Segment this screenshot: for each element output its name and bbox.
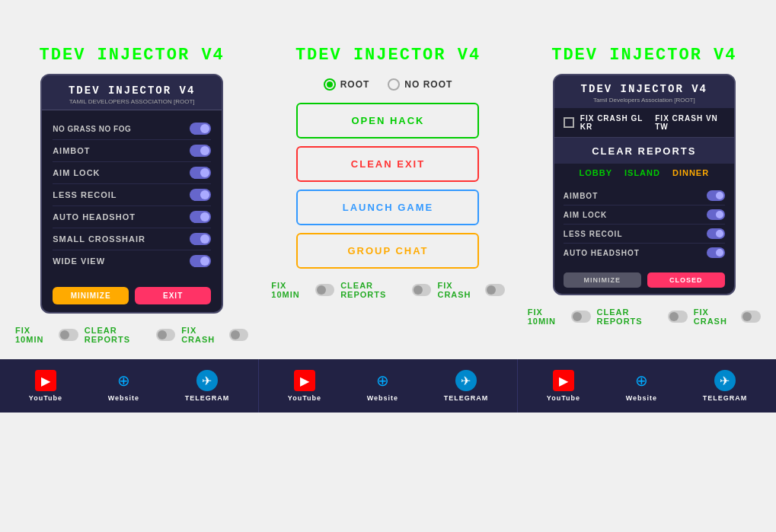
fix10min-label-2: FIX 10MIN [271, 281, 308, 299]
p3-toggle-autoheadshot-switch[interactable] [707, 247, 725, 258]
footer-item-telegram-3[interactable]: ✈ TELEGRAM [703, 370, 748, 402]
footer-section-1: ▶ YouTube ⊕ Website ✈ TELEGRAM [0, 359, 259, 413]
fix-crash-gl-kr-label: FIX CRASH GL KR [580, 114, 649, 131]
toggle-switch-autoheadshot[interactable] [190, 211, 211, 223]
youtube-label-2: YouTube [288, 394, 321, 402]
radio-noroot-label: NO ROOT [404, 79, 452, 90]
p3-toggle-autoheadshot: AUTO HEADSHOT [564, 244, 725, 262]
p3-toggle-autoheadshot-label: AUTO HEADSHOT [564, 249, 640, 257]
panel1-footer: MINIMIZE EXIT [42, 279, 222, 312]
telegram-icon-1: ✈ [196, 370, 218, 391]
toggle-label-nograssnofog: NO GRASS NO FOG [53, 125, 131, 133]
toggle-switch-lessrecoil[interactable] [190, 189, 211, 201]
youtube-label-1: YouTube [29, 394, 62, 402]
map-row: LOBBY ISLAND DINNER [554, 164, 734, 182]
open-hack-button[interactable]: OPEN HACK [296, 103, 479, 139]
panel1-card: TDEV INJECTOR V4 TAMIL DEVELOPERS ASSOCI… [40, 74, 223, 314]
clearreports-label-3: CLEAR REPORTS [597, 307, 663, 326]
toggle-label-lessrecoil: LESS RECOIL [53, 190, 117, 199]
closed-button-3[interactable]: CLOSED [647, 272, 725, 288]
minimize-button-3[interactable]: MINIMIZE [564, 272, 641, 288]
fixcrash-label-2: FIX CRASH [437, 281, 479, 299]
clearreports-toggle-1[interactable] [156, 329, 176, 341]
toggle-switch-nograssnofog[interactable] [190, 123, 211, 135]
panel3-header-sub: Tamil Developers Association [ROOT] [560, 97, 728, 104]
toggle-label-wideview: WIDE VIEW [53, 256, 105, 266]
footer-item-telegram-2[interactable]: ✈ TELEGRAM [444, 370, 489, 402]
map-island[interactable]: ISLAND [624, 168, 660, 177]
radio-root[interactable]: ROOT [324, 78, 370, 91]
bottom-footer: ▶ YouTube ⊕ Website ✈ TELEGRAM ▶ YouTube… [0, 359, 776, 413]
toggle-item-aimlock: AIM LOCK [53, 162, 211, 184]
footer-section-2: ▶ YouTube ⊕ Website ✈ TELEGRAM [259, 359, 518, 413]
fix10min-toggle-2[interactable] [315, 284, 335, 296]
footer-item-youtube-2[interactable]: ▶ YouTube [288, 370, 321, 402]
website-label-2: Website [367, 394, 398, 402]
panel2-toggle-bar: FIX 10MIN CLEAR REPORTS FIX CRASH [271, 281, 504, 299]
clean-exit-button[interactable]: CLEAN EXIT [296, 146, 479, 182]
footer-item-youtube-3[interactable]: ▶ YouTube [547, 370, 580, 402]
p3-toggle-aimlock-switch[interactable] [707, 209, 725, 220]
panel-section-1: TDEV INJECTOR V4 TDEV INJECTOR V4 TAMIL … [15, 46, 248, 344]
fix10min-toggle-3[interactable] [571, 311, 591, 323]
panel1-toggle-list: NO GRASS NO FOG AIMBOT AIM LOCK LESS REC… [42, 110, 222, 279]
clear-reports-area[interactable]: CLEAR REPORTS [554, 138, 734, 164]
toggle-switch-aimlock[interactable] [190, 167, 211, 179]
fix-crash-vn-tw-label: FIX CRASH VN TW [655, 114, 725, 131]
p3-toggle-aimbot-switch[interactable] [707, 190, 725, 201]
footer-item-website-1[interactable]: ⊕ Website [108, 370, 139, 402]
panel3-toggles: AIMBOT AIM LOCK LESS RECOIL AUTO HEADSHO… [554, 182, 734, 266]
fix10min-label-1: FIX 10MIN [15, 326, 53, 344]
website-label-3: Website [626, 394, 657, 402]
panel1-header: TDEV INJECTOR V4 TAMIL DEVELOPERS ASSOCI… [42, 75, 222, 110]
panel1-title: TDEV INJECTOR V4 [40, 46, 225, 65]
panel-section-2: TDEV INJECTOR V4 ROOT NO ROOT OPEN HACK … [271, 46, 504, 299]
toggle-item-wideview: WIDE VIEW [53, 250, 211, 272]
toggle-item-autoheadshot: AUTO HEADSHOT [53, 206, 211, 228]
fix10min-toggle-1[interactable] [59, 329, 78, 341]
radio-circle-root [324, 78, 336, 91]
panel3-card: TDEV INJECTOR V4 Tamil Developers Associ… [553, 74, 736, 295]
p3-toggle-lessrecoil-switch[interactable] [707, 228, 725, 239]
toggle-item-nograssnofog: NO GRASS NO FOG [53, 118, 211, 140]
launch-game-button[interactable]: LAUNCH GAME [296, 190, 479, 225]
youtube-icon-2: ▶ [294, 370, 315, 391]
footer-item-website-2[interactable]: ⊕ Website [367, 370, 398, 402]
toggle-switch-smallcrosshair[interactable] [190, 233, 211, 245]
youtube-icon-1: ▶ [35, 370, 56, 391]
toggle-switch-aimbot[interactable] [190, 145, 211, 157]
fix-crash-row: FIX CRASH GL KR FIX CRASH VN TW [554, 108, 734, 138]
panel3-toggle-bar: FIX 10MIN CLEAR REPORTS FIX CRASH [528, 307, 761, 326]
minimize-button-1[interactable]: MINIMIZE [53, 287, 129, 304]
toggle-switch-wideview[interactable] [190, 255, 211, 267]
p3-toggle-aimbot-label: AIMBOT [564, 192, 598, 200]
panel3-header-title: TDEV INJECTOR V4 [560, 83, 728, 95]
toggle-label-autoheadshot: AUTO HEADSHOT [53, 212, 136, 221]
exit-button-1[interactable]: EXIT [135, 287, 211, 304]
panel3-header: TDEV INJECTOR V4 Tamil Developers Associ… [554, 75, 734, 108]
radio-circle-noroot [388, 78, 400, 91]
radio-noroot[interactable]: NO ROOT [388, 78, 452, 91]
toggle-item-aimbot: AIMBOT [53, 140, 211, 162]
map-dinner[interactable]: DINNER [672, 168, 709, 177]
map-lobby[interactable]: LOBBY [580, 168, 613, 177]
fixcrash-toggle-3[interactable] [741, 311, 761, 323]
panel2-inner: ROOT NO ROOT OPEN HACK CLEAN EXIT LAUNCH… [296, 74, 479, 269]
footer-item-youtube-1[interactable]: ▶ YouTube [29, 370, 62, 402]
radio-root-label: ROOT [340, 79, 370, 90]
panel-section-3: TDEV INJECTOR V4 TDEV INJECTOR V4 Tamil … [528, 46, 761, 326]
radio-row: ROOT NO ROOT [296, 74, 479, 95]
p3-toggle-aimbot: AIMBOT [564, 186, 725, 205]
clearreports-toggle-2[interactable] [412, 284, 432, 296]
checkbox-gl-kr[interactable] [564, 117, 574, 128]
p3-toggle-aimlock: AIM LOCK [564, 205, 725, 225]
group-chat-button[interactable]: GROUP CHAT [296, 233, 479, 269]
fixcrash-toggle-1[interactable] [229, 329, 249, 341]
fixcrash-toggle-2[interactable] [485, 284, 505, 296]
footer-item-telegram-1[interactable]: ✈ TELEGRAM [185, 370, 230, 402]
clearreports-label-2: CLEAR REPORTS [340, 281, 406, 299]
fix10min-label-3: FIX 10MIN [528, 307, 565, 326]
clearreports-toggle-3[interactable] [668, 311, 688, 323]
footer-item-website-3[interactable]: ⊕ Website [626, 370, 657, 402]
panel1-header-title: TDEV INJECTOR V4 [48, 84, 216, 97]
